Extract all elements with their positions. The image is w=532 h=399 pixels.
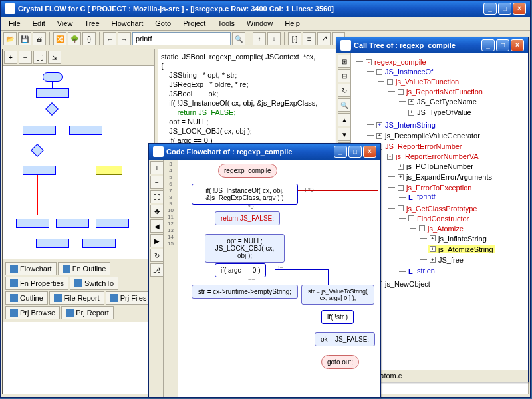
tree-node[interactable]: -js_ValueToFunction: [386, 78, 460, 86]
ct-minimize-button[interactable]: _: [481, 39, 495, 51]
expand-icon[interactable]: +: [408, 110, 414, 116]
fc-pan-icon[interactable]: ✥: [150, 205, 164, 218]
tree-node[interactable]: +js_NewObject: [375, 280, 432, 288]
tab-switchto[interactable]: SwitchTo: [70, 277, 118, 290]
fc-cond2-node[interactable]: if( argc == 0 ): [215, 263, 266, 277]
mini-zoomin-icon[interactable]: +: [4, 51, 17, 64]
tree-node[interactable]: -js_GetClassPrototype: [396, 205, 478, 213]
ct-collapse-icon[interactable]: ⊟: [338, 69, 351, 82]
menu-window[interactable]: Window: [241, 18, 278, 29]
menu-help[interactable]: Help: [279, 18, 305, 29]
fc-proc2-node[interactable]: str = cx->runtime->emptyString;: [192, 285, 298, 299]
tool-bracket-icon[interactable]: [·]: [288, 32, 301, 45]
fc-loop-icon[interactable]: ↻: [150, 249, 164, 262]
tab-flowchart[interactable]: Flowchart: [5, 262, 57, 275]
expand-icon[interactable]: -: [398, 89, 404, 95]
tree-node[interactable]: +JS_TypeOfValue: [407, 108, 473, 116]
tool-tree-icon[interactable]: 🌳: [68, 32, 81, 45]
mini-flowchart-canvas[interactable]: [3, 66, 154, 259]
calltree-titlebar[interactable]: Call Tree of : regexp_compile _ □ ×: [336, 37, 528, 53]
menu-goto[interactable]: Goto: [150, 18, 176, 29]
menu-flowchart[interactable]: Flowchart: [106, 18, 149, 29]
fc-cond3-node[interactable]: if( !str ): [321, 310, 354, 324]
menu-tools[interactable]: Tools: [212, 18, 240, 29]
fc-zoomin-icon[interactable]: +: [150, 161, 164, 174]
flowchart-canvas[interactable]: regexp_compile if( !JS_InstanceOf( cx, o…: [178, 160, 380, 397]
fc-maximize-button[interactable]: □: [348, 146, 362, 158]
tool-fwd-icon[interactable]: →: [118, 32, 131, 45]
tool-print-icon[interactable]: 🖨: [33, 32, 46, 45]
fc-zoomout-icon[interactable]: −: [150, 176, 164, 189]
expand-icon[interactable]: +: [376, 133, 382, 139]
tool-code-icon[interactable]: {}: [82, 32, 96, 45]
expand-icon[interactable]: +: [376, 122, 382, 128]
fc-proc4-node[interactable]: ok = JS_FALSE;: [315, 332, 375, 346]
tab-prj-browse[interactable]: Prj Browse: [5, 306, 60, 319]
tool-branch-icon[interactable]: ⎇: [317, 32, 331, 45]
tree-node[interactable]: +js_DecompileValueGenerator: [375, 132, 481, 140]
expand-icon[interactable]: +: [398, 164, 404, 170]
tree-node[interactable]: -js_Atomize: [418, 225, 465, 233]
expand-icon[interactable]: -: [387, 154, 393, 160]
ct-refresh-icon[interactable]: ↻: [338, 84, 351, 97]
tree-node[interactable]: Lfprintf: [407, 192, 437, 200]
tab-fn-properties[interactable]: Fn Properties: [5, 277, 68, 290]
expand-icon[interactable]: +: [398, 174, 404, 180]
mini-fit-icon[interactable]: ⛶: [33, 51, 47, 64]
fc-start-node[interactable]: regexp_compile: [218, 164, 277, 178]
fc-goto-node[interactable]: goto out;: [321, 355, 359, 369]
ct-expand-icon[interactable]: ⊞: [338, 55, 351, 68]
menu-project[interactable]: Project: [178, 18, 211, 29]
expand-icon[interactable]: -: [408, 215, 414, 221]
tree-node[interactable]: -JS_ReportErrorNumber: [375, 142, 464, 150]
tree-node[interactable]: -js_ReportErrorNumberVA: [386, 152, 480, 160]
fc-branch-icon[interactable]: ⎇: [150, 263, 164, 277]
tree-node[interactable]: +js_PCToLineNumber: [396, 162, 475, 170]
minimize-button[interactable]: _: [483, 3, 497, 15]
expand-icon[interactable]: +: [430, 246, 436, 252]
menu-view[interactable]: View: [52, 18, 78, 29]
ct-down-icon[interactable]: ▼: [338, 128, 351, 141]
tree-node[interactable]: +js_AtomizeString: [428, 245, 495, 253]
tab-fn-outline[interactable]: Fn Outline: [58, 262, 111, 275]
tool-layers-icon[interactable]: ≡: [303, 32, 316, 45]
tree-node[interactable]: -JS_InstanceOf: [375, 68, 434, 76]
fc-return-node[interactable]: return JS_FALSE;: [215, 211, 280, 225]
expand-icon[interactable]: +: [430, 235, 436, 241]
close-button[interactable]: ×: [513, 3, 526, 15]
expand-icon[interactable]: +: [408, 99, 414, 105]
expand-icon[interactable]: -: [398, 185, 404, 191]
tree-node[interactable]: -js_ReportIsNotFunction: [396, 88, 484, 96]
fc-close-button[interactable]: ×: [363, 146, 376, 158]
mini-export-icon[interactable]: ⇲: [48, 51, 61, 64]
fc-next-icon[interactable]: ▶: [150, 234, 164, 247]
tool-search-icon[interactable]: 🔍: [232, 32, 245, 45]
flowchart-titlebar[interactable]: Code Flowchart of : regexp_compile _ □ ×: [149, 144, 380, 160]
ct-maximize-button[interactable]: □: [496, 39, 509, 51]
tree-node[interactable]: -FindConstructor: [407, 215, 470, 223]
ct-up-icon[interactable]: ▲: [338, 113, 351, 126]
tab-file-report[interactable]: File Report: [49, 291, 104, 305]
tree-node[interactable]: -js_ErrorToException: [396, 184, 473, 192]
tool-open-icon[interactable]: 📂: [3, 32, 17, 45]
expand-icon[interactable]: +: [430, 257, 436, 263]
menu-tree[interactable]: Tree: [79, 18, 104, 29]
tool-save-icon[interactable]: 💾: [18, 32, 31, 45]
tree-node[interactable]: +js_InflateString: [428, 235, 488, 243]
tab-prj-report[interactable]: Prj Report: [61, 306, 114, 319]
fc-cond1-node[interactable]: if( !JS_InstanceOf( cx, obj, &js_RegExpC…: [192, 184, 298, 205]
tool-down-icon[interactable]: ↓: [267, 32, 281, 45]
tree-node[interactable]: +JS_InternString: [375, 121, 437, 129]
expand-icon[interactable]: -: [387, 79, 393, 85]
expand-icon[interactable]: -: [398, 205, 404, 211]
fc-prev-icon[interactable]: ◀: [150, 219, 164, 233]
menu-file[interactable]: File: [3, 18, 26, 29]
search-combo[interactable]: [132, 32, 231, 45]
menu-edit[interactable]: Edit: [27, 18, 51, 29]
tree-root[interactable]: -regexp_compile: [364, 58, 428, 66]
tool-up-icon[interactable]: ↑: [253, 32, 266, 45]
main-titlebar[interactable]: Crystal FLOW for C [ PROJECT : Mozilla-j…: [1, 1, 530, 17]
tab-prj-files[interactable]: Prj Files: [106, 291, 152, 305]
maximize-button[interactable]: □: [498, 3, 511, 15]
fc-fit-icon[interactable]: ⛶: [150, 190, 164, 203]
